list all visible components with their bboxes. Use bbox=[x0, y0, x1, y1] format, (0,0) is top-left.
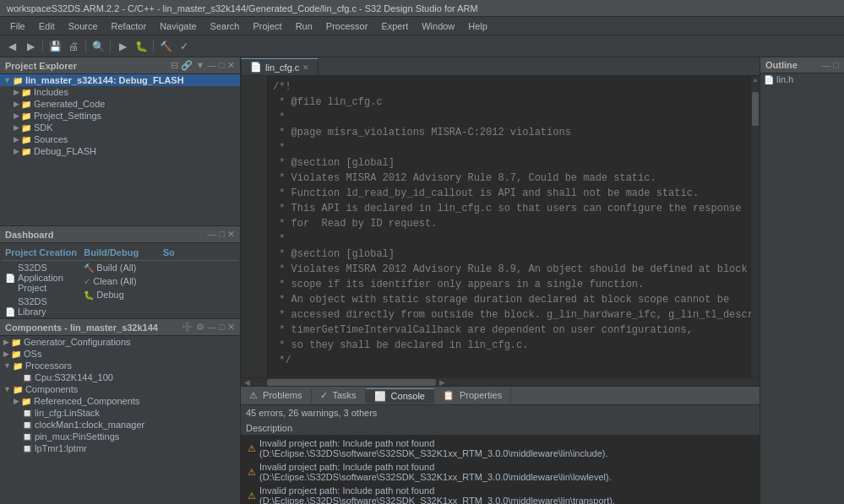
s32ds-app-project[interactable]: 📄 S32DS Application Project bbox=[2, 261, 80, 295]
components-header: Components - lin_master_s32k144 ➕ ⚙ — □ … bbox=[0, 319, 240, 336]
s32ds-app-project-label: S32DS Application Project bbox=[18, 263, 77, 293]
menu-item-processor[interactable]: Processor bbox=[319, 19, 375, 33]
comp-lptmr[interactable]: 🔲 lpTmr1:lptmr bbox=[0, 442, 240, 454]
menu-item-search[interactable]: Search bbox=[204, 19, 247, 33]
description-label: Description bbox=[241, 421, 760, 435]
minimize-icon[interactable]: — bbox=[207, 229, 216, 240]
maximize-icon[interactable]: □ bbox=[219, 60, 225, 71]
tab-problems[interactable]: ⚠ Problems bbox=[241, 388, 312, 403]
editor-hscroll[interactable]: ◀ ▶ bbox=[241, 377, 760, 386]
warn-icon: ⚠ bbox=[248, 467, 256, 478]
code-line: * Violates MISRA 2012 Advisory Rule 8.9,… bbox=[273, 262, 744, 277]
filter-icon[interactable]: ⚙ bbox=[196, 322, 204, 333]
menu-item-refactor[interactable]: Refactor bbox=[105, 19, 154, 33]
close-icon[interactable]: ✕ bbox=[227, 322, 235, 333]
toolbar-clean[interactable]: ✓ bbox=[176, 38, 193, 55]
toolbar-save[interactable]: 💾 bbox=[46, 38, 63, 55]
comp-components[interactable]: ▼ 📁 Components bbox=[0, 383, 240, 395]
comp-referenced-label: Referenced_Components bbox=[34, 396, 139, 406]
hscroll-left[interactable]: ◀ bbox=[244, 378, 250, 387]
expand-arrow: ▶ bbox=[14, 147, 19, 155]
minimize-icon[interactable]: — bbox=[821, 60, 830, 70]
toolbar-back[interactable]: ◀ bbox=[3, 38, 20, 55]
collapse-icon[interactable]: ⊟ bbox=[171, 60, 178, 71]
toolbar-run[interactable]: ▶ bbox=[114, 38, 131, 55]
scroll-thumb[interactable] bbox=[752, 92, 759, 126]
maximize-icon[interactable]: □ bbox=[833, 60, 839, 70]
editor-scrollbar[interactable]: ▲ bbox=[751, 76, 760, 377]
comp-oss[interactable]: ▶ 📁 OSs bbox=[0, 348, 240, 360]
tree-sdk[interactable]: ▶ 📁 SDK bbox=[0, 122, 240, 133]
add-icon[interactable]: ➕ bbox=[182, 322, 193, 333]
hscroll-thumb[interactable] bbox=[267, 379, 436, 386]
tree-generated-code[interactable]: ▶ 📁 Generated_Code bbox=[0, 98, 240, 110]
link-icon[interactable]: 🔗 bbox=[181, 60, 193, 71]
tab-properties[interactable]: 📋 Properties bbox=[434, 388, 511, 403]
menu-item-window[interactable]: Window bbox=[415, 19, 461, 33]
toolbar-forward[interactable]: ▶ bbox=[22, 38, 39, 55]
warn-icon: ⚠ bbox=[248, 443, 256, 454]
tree-includes[interactable]: ▶ 📁 Includes bbox=[0, 86, 240, 98]
error-item-3[interactable]: ⚠ Invalid project path: Include path not… bbox=[244, 484, 756, 504]
maximize-icon[interactable]: □ bbox=[219, 322, 225, 333]
tree-debug-flash[interactable]: ▶ 📁 Debug_FLASH bbox=[0, 145, 240, 157]
clean-all-item[interactable]: ✓ Clean (All) bbox=[80, 274, 159, 288]
comp-clock-man[interactable]: 🔲 clockMan1:clock_manager bbox=[0, 419, 240, 431]
comp-generator-configs[interactable]: ▶ 📁 Generator_Configurations bbox=[0, 336, 240, 348]
tab-close-icon[interactable]: ✕ bbox=[302, 63, 309, 72]
toolbar-print[interactable]: 🖨 bbox=[65, 38, 82, 55]
project-creation-col: Project Creation 📄 S32DS Application Pro… bbox=[2, 245, 80, 319]
menu-item-source[interactable]: Source bbox=[62, 19, 105, 33]
menu-item-navigate[interactable]: Navigate bbox=[153, 19, 203, 33]
menu-item-edit[interactable]: Edit bbox=[32, 19, 62, 33]
comp-cpu[interactable]: 🔲 Cpu:S32K144_100 bbox=[0, 371, 240, 383]
code-line: * This API is declared in lin_cfg.c so t… bbox=[273, 201, 744, 216]
tab-console[interactable]: ⬜ Console bbox=[366, 388, 434, 404]
comp-referenced[interactable]: ▶ 📁 Referenced_Components bbox=[0, 395, 240, 407]
tab-tasks[interactable]: ✓ Tasks bbox=[312, 388, 366, 403]
toolbar-search[interactable]: 🔍 bbox=[90, 38, 106, 55]
close-icon[interactable]: ✕ bbox=[227, 229, 235, 240]
tree-includes-label: Includes bbox=[34, 87, 68, 97]
tree-root[interactable]: ▼ 📁 lin_master_s32k144: Debug_FLASH bbox=[0, 74, 240, 86]
minimize-icon[interactable]: — bbox=[207, 60, 216, 71]
code-editor[interactable]: /*! * @file lin_cfg.c * * @page misra_vi… bbox=[266, 76, 751, 377]
menu-item-project[interactable]: Project bbox=[246, 19, 288, 33]
tree-project-settings[interactable]: ▶ 📁 Project_Settings bbox=[0, 110, 240, 122]
outline-lin-h[interactable]: 📄 lin.h bbox=[760, 73, 844, 85]
menu-item-help[interactable]: Help bbox=[461, 19, 494, 33]
scroll-up[interactable]: ▲ bbox=[751, 76, 760, 84]
menu-item-file[interactable]: File bbox=[3, 19, 32, 33]
close-icon[interactable]: ✕ bbox=[227, 60, 235, 71]
toolbar-sep-4 bbox=[153, 40, 154, 53]
build-all-item[interactable]: 🔨 Build (All) bbox=[80, 261, 159, 274]
menu-item-expert[interactable]: Expert bbox=[374, 19, 415, 33]
expand-arrow: ▶ bbox=[14, 135, 19, 144]
comp-oss-label: OSs bbox=[24, 349, 41, 359]
maximize-icon[interactable]: □ bbox=[219, 229, 225, 240]
error-item-2[interactable]: ⚠ Invalid project path: Include path not… bbox=[244, 460, 756, 484]
menu-icon[interactable]: ▼ bbox=[195, 60, 204, 71]
main-layout: Project Explorer ⊟ 🔗 ▼ — □ ✕ ▼ 📁 lin_mas… bbox=[0, 57, 844, 504]
tree-sources[interactable]: ▶ 📁 Sources bbox=[0, 133, 240, 145]
toolbar-debug[interactable]: 🐛 bbox=[133, 38, 150, 55]
comp-pin-mux[interactable]: 🔲 pin_mux:PinSettings bbox=[0, 431, 240, 442]
toolbar-build[interactable]: 🔨 bbox=[157, 38, 174, 55]
debug-icon: 🐛 bbox=[84, 290, 94, 300]
editor-tabs: 📄 lin_cfg.c ✕ bbox=[241, 57, 760, 76]
code-line: * @section [global] bbox=[273, 155, 744, 171]
pin-icon: 🔲 bbox=[22, 432, 32, 442]
code-line: * so they shall be declared in lin_cfg.c… bbox=[273, 338, 744, 353]
folder-icon: 📁 bbox=[13, 385, 23, 394]
s32ds-lib-project[interactable]: 📄 S32DS Library Project bbox=[2, 295, 80, 319]
comp-lin-cfg[interactable]: 🔲 lin_cfg:LinStack bbox=[0, 407, 240, 419]
error-item-1[interactable]: ⚠ Invalid project path: Include path not… bbox=[244, 436, 756, 460]
editor-tab-lin-cfg[interactable]: 📄 lin_cfg.c ✕ bbox=[241, 58, 319, 75]
hscroll-right[interactable]: ▶ bbox=[439, 378, 445, 387]
comp-lin-cfg-label: lin_cfg:LinStack bbox=[35, 408, 100, 418]
menu-item-run[interactable]: Run bbox=[289, 19, 319, 33]
debug-item[interactable]: 🐛 Debug bbox=[80, 288, 159, 301]
comp-processors[interactable]: ▼ 📁 Processors bbox=[0, 360, 240, 371]
folder-icon: 📁 bbox=[21, 88, 31, 97]
minimize-icon[interactable]: — bbox=[207, 322, 216, 333]
